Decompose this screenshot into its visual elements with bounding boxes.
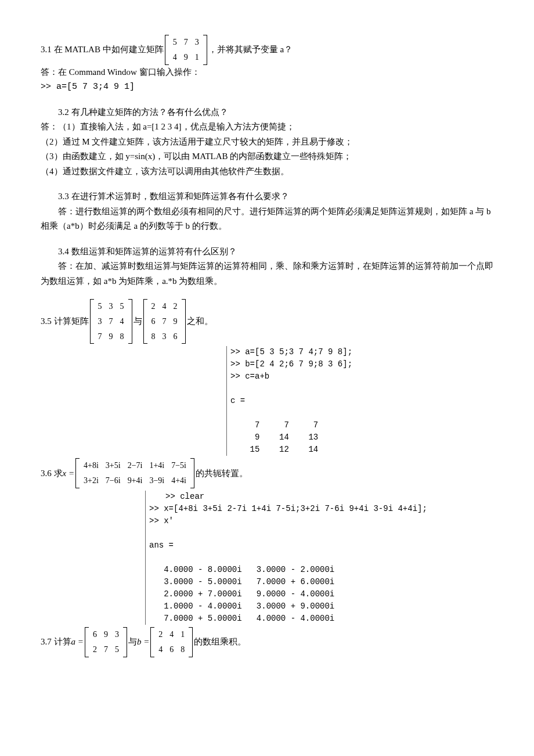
q35-matrix-a: 535 374 798 xyxy=(90,299,132,344)
q35-code-output: >> a=[5 3 5;3 7 4;7 9 8]; >> b=[2 4 2;6 … xyxy=(226,346,493,456)
q33-answer: 答：进行数组运算的两个数组必须有相同的尺寸。进行矩阵运算的两个矩阵必须满足矩阵运… xyxy=(41,204,493,234)
q31-answer-line1: 答：在 Command Window 窗口输入操作： xyxy=(41,65,493,80)
q31-suffix: ，并将其赋予变量 a？ xyxy=(208,42,293,57)
q32-line2: （2）通过 M 文件建立矩阵，该方法适用于建立尺寸较大的矩阵，并且易于修改； xyxy=(41,135,493,150)
q35-prefix: 3.5 计算矩阵 xyxy=(41,314,89,329)
q36-prefix: 3.6 求 xyxy=(41,466,63,481)
question-3-7: 3.7 计算 a = 693 275 与 b = 241 468 的数组乘积。 xyxy=(41,627,493,657)
q36-xeq: x = xyxy=(63,466,75,481)
question-3-6: 3.6 求 x = 4+8i3+5i2−7i1+4i7−5i 3+2i7−6i9… xyxy=(41,458,493,488)
q31-prefix: 3.1 在 MATLAB 中如何建立矩阵 xyxy=(41,42,164,57)
q36-matrix: 4+8i3+5i2−7i1+4i7−5i 3+2i7−6i9+4i3−9i4+4… xyxy=(75,458,194,488)
q32-line4: （4）通过数据文件建立，该方法可以调用由其他软件产生数据。 xyxy=(41,164,493,179)
q36-code-output: >> clear >> x=[4+8i 3+5i 2-7i 1+4i 7-5i;… xyxy=(145,491,493,625)
q31-matrix: 573 491 xyxy=(165,35,207,65)
question-3-2: 3.2 有几种建立矩阵的方法？各有什么优点？ xyxy=(41,105,493,120)
q37-suffix: 的数组乘积。 xyxy=(194,635,246,650)
q32-line3: （3）由函数建立，如 y=sin(x)，可以由 MATLAB 的内部函数建立一些… xyxy=(41,149,493,164)
q37-matrix-a: 693 275 xyxy=(85,627,127,657)
q37-aeq: a = xyxy=(71,635,84,650)
question-3-5: 3.5 计算矩阵 535 374 798 与 242 679 836 之和。 xyxy=(41,299,493,344)
question-3-3: 3.3 在进行算术运算时，数组运算和矩阵运算各有什么要求？ xyxy=(41,189,493,204)
q36-suffix: 的共轭转置。 xyxy=(196,466,248,481)
q35-suffix: 之和。 xyxy=(187,314,213,329)
q35-mid: 与 xyxy=(134,314,142,329)
q32-line1: 答：（1）直接输入法，如 a=[1 2 3 4]，优点是输入方法方便简捷； xyxy=(41,120,493,135)
q37-mid: 与 xyxy=(128,635,137,650)
q34-answer: 答：在加、减运算时数组运算与矩阵运算的运算符相同，乘、除和乘方运算时，在矩阵运算… xyxy=(41,259,493,289)
q37-prefix: 3.7 计算 xyxy=(41,635,71,650)
question-3-1: 3.1 在 MATLAB 中如何建立矩阵 573 491 ，并将其赋予变量 a？ xyxy=(41,35,493,65)
q31-answer-code: >> a=[5 7 3;4 9 1] xyxy=(41,80,493,95)
q37-matrix-b: 241 468 xyxy=(150,627,193,657)
question-3-4: 3.4 数组运算和矩阵运算的运算符有什么区别？ xyxy=(41,244,493,260)
q35-matrix-b: 242 679 836 xyxy=(143,299,186,344)
q37-beq: b = xyxy=(137,635,149,650)
